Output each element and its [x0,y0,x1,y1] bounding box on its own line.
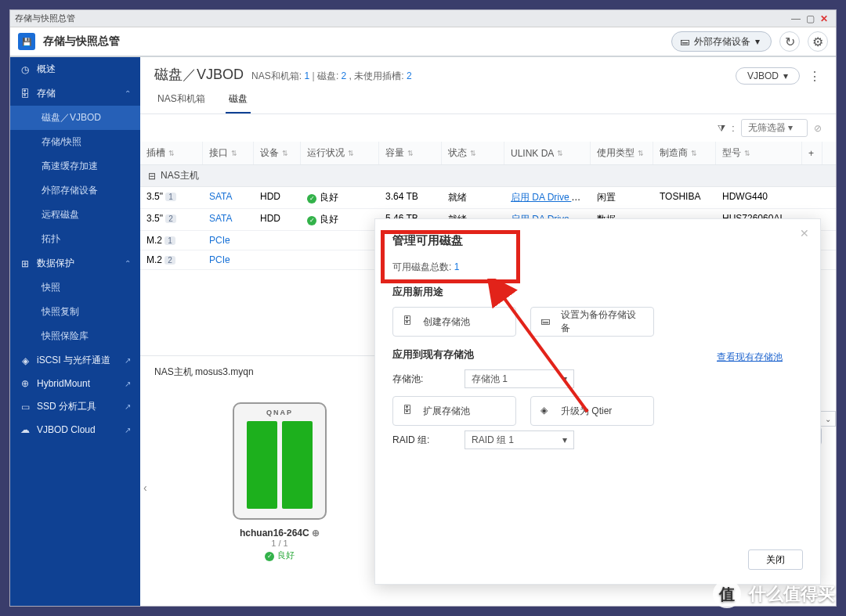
col-usage[interactable]: 使用类型⇅ [591,142,653,164]
add-column-button[interactable]: + [802,142,822,164]
chevron-up-icon: ⌃ [125,89,131,98]
sidebar-label-storage: 存储 [37,87,56,100]
nas-brand: QNAP [234,409,325,416]
sidebar-item-disk-vjbod[interactable]: 磁盘／VJBOD [10,106,140,130]
crumb-disk-count: 2 [342,70,347,81]
crumb-free-count: 2 [407,70,412,81]
option-upgrade-qtier[interactable]: ◈ 升级为 Qtier [530,396,654,426]
filter-bar: ⧩ : 无筛选器 ▾ ⊘ [140,114,836,142]
window-max-icon[interactable]: ▢ [803,13,817,24]
raid-label: RAID 组: [392,434,465,447]
magnify-icon[interactable]: ⊕ [312,528,320,539]
window-title: 存储与快照总管 [15,13,75,24]
external-link-icon: ↗ [125,426,131,434]
pool-label: 存储池: [392,373,465,386]
disk-bay-2[interactable] [282,421,313,509]
collapse-icon: ⊟ [148,171,156,182]
col-manufacturer[interactable]: 制造商⇅ [653,142,716,164]
raid-select[interactable]: RAID 组 1▾ [465,430,574,449]
window-min-icon[interactable]: — [789,13,803,24]
col-port[interactable]: 接口⇅ [203,142,254,164]
crumb-nas-count: 1 [304,70,309,81]
sidebar-item-iscsi[interactable]: ◈ iSCSI 与光纤通道 ↗ [10,348,140,373]
sidebar-label-data-protect: 数据保护 [37,257,74,270]
col-status[interactable]: 状态⇅ [442,142,504,164]
pool-select[interactable]: 存储池 1▾ [465,369,574,388]
iscsi-icon: ◈ [20,355,31,366]
window-titlebar: 存储与快照总管 — ▢ ✕ [10,10,836,27]
watermark-icon: 值 [713,580,741,608]
external-storage-button[interactable]: 🖴 外部存储设备 ▾ [671,31,772,52]
col-model[interactable]: 型号⇅ [716,142,802,164]
watermark-text: 什么值得买 [749,582,835,606]
sidebar-item-snapshot-replica[interactable]: 快照复制 [10,300,140,324]
sidebar-item-snapshot-vault[interactable]: 快照保险库 [10,324,140,348]
sidebar: ◷ 概述 🗄 存储 ⌃ 磁盘／VJBOD 存储/快照 高速缓存加速 外部存储设备… [10,57,140,606]
crumb-free-label: , 未使用插槽: [349,70,404,81]
crumb-nas-label: NAS和机箱: [251,70,302,81]
sidebar-item-cache-accel[interactable]: 高速缓存加速 [10,154,140,178]
chevron-down-icon: ▾ [562,434,567,445]
hybridmount-icon: ⊕ [20,378,31,389]
tabs: NAS和机箱 磁盘 [140,88,836,114]
filter-clear-icon[interactable]: ⊘ [814,123,822,134]
col-capacity[interactable]: 容量⇅ [379,142,442,164]
sidebar-item-hybridmount[interactable]: ⊕ HybridMount ↗ [10,373,140,394]
chevron-down-icon: ▾ [562,373,567,384]
col-ulink[interactable]: ULINK DA⇅ [504,142,591,164]
col-device[interactable]: 设备⇅ [254,142,301,164]
vjbod-pill-button[interactable]: VJBOD ▾ [736,67,800,85]
sidebar-item-storage[interactable]: 🗄 存储 ⌃ [10,81,140,106]
col-slot[interactable]: 插槽⇅ [140,142,203,164]
settings-button[interactable]: ⚙ [808,31,828,52]
tab-disks[interactable]: 磁盘 [226,88,251,113]
app-title: 存储与快照总管 [43,34,663,49]
backup-icon: 🖴 [540,315,553,328]
sidebar-item-external-storage[interactable]: 外部存储设备 [10,178,140,203]
filter-select[interactable]: 无筛选器 ▾ [741,119,808,137]
chevron-down-icon: ▾ [783,70,788,81]
panel-collapse-button[interactable]: ‹ [143,481,147,494]
disk-bay-1[interactable] [247,421,277,509]
filter-icon[interactable]: ⧩ [718,123,725,134]
sidebar-item-remote-disk[interactable]: 远程磁盘 [10,203,140,227]
host-disk-count: 1 / 1 [154,539,405,548]
manage-disk-modal: ✕ 管理可用磁盘 可用磁盘总数: 1 应用新用途 🗄 创建存储池 🖴 设置为备份… [374,218,821,585]
modal-close-action-button[interactable]: 关闭 [748,549,803,570]
table-row[interactable]: 3.5"1SATAHDD✓良好3.64 TB就绪启用 DA Drive Anal… [140,187,836,209]
option-create-pool[interactable]: 🗄 创建存储池 [392,307,516,337]
sidebar-item-data-protect[interactable]: ⊞ 数据保护 ⌃ [10,251,140,276]
table-group-row[interactable]: ⊟ NAS主机 [140,165,836,187]
col-health[interactable]: 运行状况⇅ [301,142,379,164]
host-status: ✓良好 [154,549,405,561]
sidebar-item-ssd-tool[interactable]: ▭ SSD 分析工具 ↗ [10,394,140,419]
external-storage-label: 外部存储设备 [694,35,750,49]
sidebar-label-overview: 概述 [37,63,56,76]
dashboard-icon: ◷ [20,64,31,75]
table-header: 插槽⇅ 接口⇅ 设备⇅ 运行状况⇅ 容量⇅ 状态⇅ ULINK DA⇅ 使用类型… [140,142,836,165]
tab-nas-enclosure[interactable]: NAS和机箱 [154,88,208,113]
watermark: 值 什么值得买 [713,580,835,608]
qtier-icon: ◈ [540,405,553,417]
sidebar-item-storage-snapshot[interactable]: 存储/快照 [10,130,140,154]
panel-expand-button[interactable]: ⌄ [820,411,836,427]
modal-close-button[interactable]: ✕ [800,227,809,240]
sidebar-item-vjbod-cloud[interactable]: ☁ VJBOD Cloud ↗ [10,419,140,441]
nas-device-graphic: QNAP [233,402,327,520]
ssd-icon: ▭ [20,402,31,412]
sidebar-item-overview[interactable]: ◷ 概述 [10,57,140,81]
breadcrumb: 磁盘／VJBOD NAS和机箱: 1 | 磁盘: 2 , 未使用插槽: 2 VJ… [140,57,836,88]
main-panel: 磁盘／VJBOD NAS和机箱: 1 | 磁盘: 2 , 未使用插槽: 2 VJ… [140,57,836,606]
sidebar-item-topology[interactable]: 拓扑 [10,227,140,251]
cloud-icon: ☁ [20,424,31,435]
more-menu-button[interactable]: ⋮ [808,69,822,84]
pool-icon: 🗄 [403,315,415,328]
option-set-backup-device[interactable]: 🖴 设置为备份存储设备 [530,307,654,337]
option-expand-pool[interactable]: 🗄 扩展存储池 [392,396,516,426]
app-icon: 💾 [18,33,35,50]
modal-section-new-usage: 应用新用途 [392,285,803,299]
window-close-icon[interactable]: ✕ [817,13,831,24]
view-existing-pool-link[interactable]: 查看现有存储池 [717,351,783,364]
refresh-button[interactable]: ↻ [779,31,800,52]
sidebar-item-snapshot[interactable]: 快照 [10,276,140,300]
